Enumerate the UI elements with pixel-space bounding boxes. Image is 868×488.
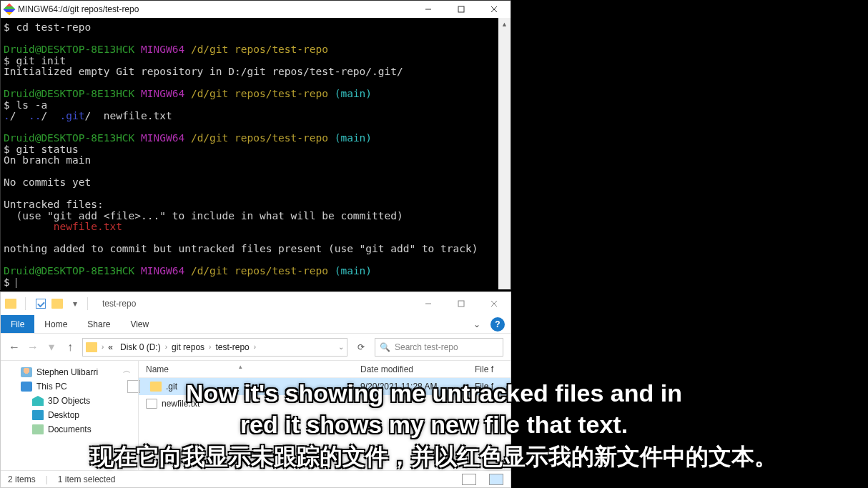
file-list[interactable]: .git9/20/2021 11:28 AMFile fnewfile.txt	[139, 378, 511, 470]
ribbon-expand-icon[interactable]: ⌄	[466, 315, 488, 333]
maximize-button[interactable]	[445, 295, 478, 312]
file-row[interactable]: newfile.txt	[139, 395, 511, 412]
obj3d-icon	[32, 396, 44, 406]
check-icon[interactable]	[36, 299, 46, 309]
recent-dropdown[interactable]: ▾	[45, 340, 58, 354]
chevron-up-icon[interactable]: ︿	[123, 365, 131, 376]
mingw-icon	[4, 4, 16, 16]
nav-item-label: This PC	[36, 382, 67, 392]
nav-item[interactable]: This PC	[4, 379, 135, 394]
terminal-output[interactable]: $ cd test-repo Druid@DESKTOP-8E13HCK MIN…	[1, 18, 511, 291]
forward-button[interactable]: →	[26, 341, 39, 354]
folder-icon	[86, 342, 97, 352]
refresh-button[interactable]: ⟳	[353, 342, 369, 352]
explorer-window: ▾ test-repo File Home Share View ⌄ ? ← →…	[0, 292, 511, 488]
nav-item[interactable]: 3D Objects	[4, 394, 135, 408]
terminal-line	[4, 122, 508, 134]
dropdown-icon[interactable]: ⌄	[338, 343, 344, 351]
terminal-line: Druid@DESKTOP-8E13HCK MINGW64 /d/git rep…	[4, 266, 508, 277]
minimize-button[interactable]	[412, 1, 445, 18]
back-button[interactable]: ←	[8, 341, 21, 354]
terminal-line: $	[4, 277, 508, 289]
terminal-line	[4, 34, 508, 45]
terminal-line	[4, 255, 508, 267]
address-bar-row: ← → ▾ ↑ › « Disk 0 (D:) › git repos › te…	[1, 334, 511, 361]
nav-item-label: 3D Objects	[48, 396, 90, 406]
chevron-icon[interactable]: ›	[209, 343, 211, 351]
status-bar: 2 items | 1 item selected	[1, 470, 511, 487]
breadcrumb[interactable]: › « Disk 0 (D:) › git repos › test-repo …	[82, 338, 347, 357]
terminal-line: Initialized empty Git repository in D:/g…	[4, 66, 508, 78]
folder-icon[interactable]	[51, 299, 63, 309]
chevron-icon[interactable]: ›	[102, 343, 104, 351]
terminal-line: Druid@DESKTOP-8E13HCK MINGW64 /d/git rep…	[4, 44, 508, 56]
terminal-line	[4, 166, 508, 178]
docs-icon	[32, 424, 44, 434]
col-date[interactable]: Date modified	[353, 364, 468, 374]
terminal-line: $ cd test-repo	[4, 22, 508, 34]
chevron-icon[interactable]: ›	[165, 343, 167, 351]
nav-item[interactable]: Stephen Ulibarri	[4, 365, 135, 379]
folder-icon	[5, 299, 16, 309]
file-row[interactable]: .git9/20/2021 11:28 AMFile f	[139, 378, 511, 395]
close-button[interactable]	[478, 295, 511, 312]
terminal-line: On branch main	[4, 155, 508, 166]
terminal-line: Druid@DESKTOP-8E13HCK MINGW64 /d/git rep…	[4, 89, 508, 100]
terminal-line	[4, 189, 508, 200]
explorer-titlebar[interactable]: ▾ test-repo	[1, 292, 511, 315]
crumb-segment[interactable]: git repos	[169, 342, 207, 352]
terminal-titlebar[interactable]: MINGW64:/d/git repos/test-repo	[1, 1, 511, 18]
terminal-line: No commits yet	[4, 177, 508, 189]
terminal-line: $ ls -a	[4, 100, 508, 111]
help-button[interactable]: ?	[490, 317, 505, 332]
close-button[interactable]	[478, 1, 511, 18]
tab-share[interactable]: Share	[77, 315, 120, 333]
tab-file[interactable]: File	[1, 315, 34, 333]
nav-item[interactable]: Desktop	[4, 408, 135, 422]
svg-rect-1	[458, 6, 464, 12]
view-large-button[interactable]	[489, 474, 503, 485]
nav-item[interactable]: Documents	[4, 422, 135, 437]
col-name[interactable]: ▴Name	[139, 364, 353, 374]
terminal-line	[4, 78, 508, 89]
scroll-up-icon[interactable]: ▲	[498, 18, 511, 30]
terminal-line: Untracked files:	[4, 199, 508, 211]
terminal-line: $ git init	[4, 56, 508, 67]
file-date: 9/20/2021 11:28 AM	[353, 382, 468, 392]
terminal-line: nothing added to commit but untracked fi…	[4, 244, 508, 255]
terminal-line: $ git status	[4, 144, 508, 156]
ribbon-tabs: File Home Share View ⌄ ?	[1, 315, 511, 334]
minimize-button[interactable]	[412, 295, 445, 312]
col-type[interactable]: File f	[468, 364, 511, 374]
crumb-overflow[interactable]: «	[105, 342, 116, 352]
up-button[interactable]: ↑	[64, 341, 77, 354]
pc-icon	[21, 382, 32, 392]
search-placeholder: Search test-repo	[395, 342, 458, 352]
terminal-title: MINGW64:/d/git repos/test-repo	[18, 4, 139, 14]
nav-item-label: Desktop	[48, 410, 79, 420]
tab-view[interactable]: View	[120, 315, 159, 333]
svg-rect-5	[458, 301, 464, 307]
crumb-segment[interactable]: Disk 0 (D:)	[117, 342, 164, 352]
view-details-button[interactable]	[462, 474, 476, 485]
crumb-segment[interactable]: test-repo	[212, 342, 252, 352]
search-input[interactable]: 🔍 Search test-repo	[375, 338, 503, 357]
desktop-icon	[32, 410, 44, 420]
nav-item-label: Documents	[48, 424, 92, 434]
chevron-icon[interactable]: ›	[254, 343, 256, 351]
nav-pane[interactable]: ︿ Stephen UlibarriThis PC3D ObjectsDeskt…	[1, 361, 139, 470]
column-headers[interactable]: ▴Name Date modified File f	[139, 361, 511, 378]
terminal-line	[4, 233, 508, 244]
file-type: File f	[468, 382, 511, 392]
sort-asc-icon: ▴	[239, 363, 242, 370]
file-name: .git	[166, 382, 177, 392]
status-item-count: 2 items	[8, 474, 36, 484]
terminal-window: MINGW64:/d/git repos/test-repo $ cd test…	[0, 0, 511, 290]
scrollbar[interactable]: ▲	[498, 18, 511, 289]
maximize-button[interactable]	[445, 1, 478, 18]
tab-home[interactable]: Home	[34, 315, 77, 333]
folder-icon	[150, 382, 162, 392]
file-name: newfile.txt	[162, 399, 199, 409]
terminal-line: newfile.txt	[4, 221, 508, 233]
dropdown-icon[interactable]: ▾	[73, 299, 77, 309]
